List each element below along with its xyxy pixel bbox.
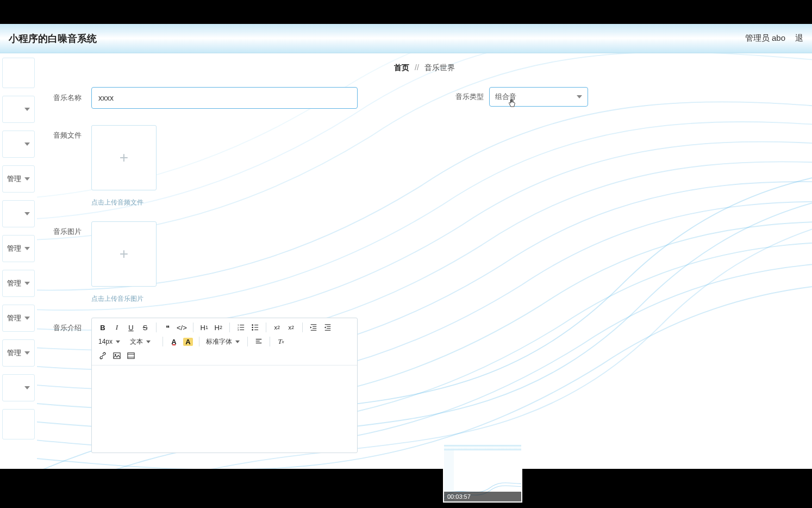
sidebar-item-10[interactable] <box>2 409 35 439</box>
image-upload-box[interactable]: + <box>91 221 157 287</box>
chevron-down-icon <box>24 351 30 355</box>
sidebar-item-6[interactable]: 管理 <box>2 270 35 297</box>
sidebar-item-1[interactable] <box>2 96 35 123</box>
chevron-down-icon <box>24 317 30 320</box>
watermark-text: ev剪辑 <box>680 412 807 464</box>
plus-icon: + <box>120 245 128 263</box>
chevron-down-icon <box>577 95 582 98</box>
editor-toolbar: B I U S ❝ </> H1 H2 <box>92 318 357 365</box>
play-icon <box>650 423 673 454</box>
svg-point-24 <box>115 354 116 356</box>
editor-superscript-button[interactable]: x2 <box>285 321 298 333</box>
sidebar-item-4[interactable] <box>2 200 35 227</box>
svg-point-8 <box>252 329 253 331</box>
editor-text-type-select[interactable]: 文本 <box>128 337 158 346</box>
editor-strike-button[interactable]: S <box>139 321 152 333</box>
breadcrumb-home[interactable]: 首页 <box>394 63 409 72</box>
sidebar: 管理 管理 管理 管理 管理 <box>0 53 37 469</box>
editor-quote-button[interactable]: ❝ <box>161 321 174 333</box>
watermark: ev剪辑 <box>650 412 807 464</box>
chevron-down-icon <box>146 340 151 343</box>
chevron-down-icon <box>24 212 30 215</box>
editor-bg-color-button[interactable]: A <box>182 336 195 348</box>
editor-video-button[interactable] <box>124 350 138 362</box>
music-name-label: 音乐名称 <box>53 93 91 103</box>
svg-point-6 <box>252 324 253 326</box>
sidebar-item-5[interactable]: 管理 <box>2 235 35 262</box>
main-content: 首页 // 音乐世界 音乐名称 音乐类型 组合音 <box>37 53 812 469</box>
header-user-label[interactable]: 管理员 abo <box>745 33 785 44</box>
music-name-input[interactable] <box>91 87 358 109</box>
header-bar: 小程序的白噪音系统 管理员 abo 退 <box>0 24 812 53</box>
sidebar-item-2[interactable] <box>2 131 35 158</box>
svg-rect-23 <box>114 353 120 359</box>
sidebar-item-3[interactable]: 管理 <box>2 165 35 193</box>
editor-outdent-button[interactable] <box>307 321 320 333</box>
editor-clear-format-button[interactable]: Tx <box>274 336 288 348</box>
editor-align-button[interactable] <box>252 336 265 348</box>
sidebar-item-8[interactable]: 管理 <box>2 339 35 367</box>
music-type-select[interactable]: 组合音 <box>489 87 588 107</box>
editor-h2-button[interactable]: H2 <box>212 321 225 333</box>
audio-upload-box[interactable]: + <box>91 125 157 190</box>
editor-text-color-button[interactable]: A <box>167 336 180 348</box>
chevron-down-icon <box>116 340 120 343</box>
editor-indent-button[interactable] <box>321 321 334 333</box>
rich-text-editor: B I U S ❝ </> H1 H2 <box>91 318 358 453</box>
chevron-down-icon <box>24 386 30 389</box>
music-intro-label: 音乐介绍 <box>53 318 91 333</box>
sidebar-item-7[interactable]: 管理 <box>2 305 35 332</box>
breadcrumb-separator: // <box>415 63 419 72</box>
editor-subscript-button[interactable]: x2 <box>271 321 284 333</box>
editor-font-family-select[interactable]: 标准字体 <box>204 337 243 346</box>
chevron-down-icon <box>24 247 30 250</box>
sidebar-item-0[interactable] <box>2 58 35 88</box>
svg-text:3: 3 <box>238 329 239 331</box>
editor-bold-button[interactable]: B <box>96 321 109 333</box>
black-top-bar <box>0 0 812 24</box>
editor-underline-button[interactable]: U <box>124 321 138 333</box>
chevron-down-icon <box>235 340 240 343</box>
video-preview-thumb: 00:03:57 <box>443 444 522 503</box>
svg-rect-25 <box>128 353 134 359</box>
editor-code-button[interactable]: </> <box>175 321 189 333</box>
sidebar-item-9[interactable] <box>2 374 35 401</box>
editor-link-button[interactable] <box>96 350 109 362</box>
editor-h1-button[interactable]: H1 <box>198 321 211 333</box>
editor-content-area[interactable] <box>92 365 357 453</box>
music-image-label: 音乐图片 <box>53 221 91 237</box>
audio-file-label: 音频文件 <box>53 125 91 140</box>
breadcrumb-current: 音乐世界 <box>424 63 455 72</box>
chevron-down-icon <box>24 177 30 181</box>
chevron-down-icon <box>24 108 30 111</box>
chevron-down-icon <box>24 143 30 146</box>
editor-italic-button[interactable]: I <box>110 321 123 333</box>
svg-point-7 <box>252 327 253 329</box>
audio-upload-hint: 点击上传音频文件 <box>91 198 796 207</box>
music-type-value: 组合音 <box>495 92 516 102</box>
plus-icon: + <box>120 149 128 166</box>
editor-unordered-list-button[interactable] <box>248 321 261 333</box>
chevron-down-icon <box>24 282 30 285</box>
editor-font-size-select[interactable]: 14px <box>96 338 127 345</box>
image-upload-hint: 点击上传音乐图片 <box>91 294 796 303</box>
video-control-bar[interactable]: 00:03:57 <box>0 469 812 508</box>
app-frame: 小程序的白噪音系统 管理员 abo 退 管理 管理 管理 管理 管理 <box>0 24 812 469</box>
video-thumb-time: 00:03:57 <box>444 492 521 501</box>
breadcrumb: 首页 // 音乐世界 <box>53 63 796 73</box>
editor-image-button[interactable] <box>110 350 123 362</box>
app-title: 小程序的白噪音系统 <box>9 32 97 45</box>
header-exit-button[interactable]: 退 <box>795 33 803 44</box>
music-type-label: 音乐类型 <box>455 92 484 102</box>
editor-ordered-list-button[interactable]: 123 <box>234 321 247 333</box>
